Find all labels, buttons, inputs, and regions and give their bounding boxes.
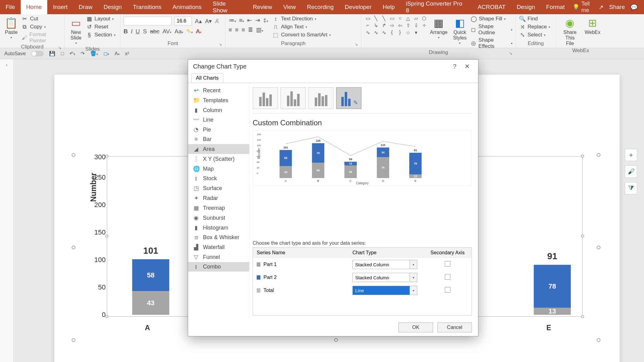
- thumbnails-expand-icon[interactable]: ›: [6, 62, 7, 67]
- indent-decrease-button[interactable]: ⇤: [247, 17, 252, 24]
- subtype-1[interactable]: [253, 87, 278, 109]
- text-direction-button[interactable]: ↕Text Direction▾: [272, 15, 331, 22]
- share-this-file-button[interactable]: ◉Share This File: [559, 15, 581, 48]
- share-icon[interactable]: ↗: [599, 4, 604, 11]
- resize-handle[interactable]: [597, 246, 600, 249]
- resize-handle[interactable]: [72, 338, 75, 342]
- cat-sunburst[interactable]: ◉Sunburst: [188, 213, 249, 223]
- bold-button[interactable]: B: [124, 28, 128, 35]
- clipboard-launcher[interactable]: ↘: [58, 45, 61, 50]
- plot-handle[interactable]: [581, 235, 584, 238]
- shape-effects-button[interactable]: ◎Shape Effects▾: [470, 37, 513, 49]
- convert-smartart-button[interactable]: ⬚Convert to SmartArt▾: [272, 31, 331, 38]
- tab-transitions[interactable]: Transitions: [127, 0, 167, 14]
- tab-draw[interactable]: Draw: [73, 0, 98, 14]
- layout-button[interactable]: ▦Layout▾: [86, 15, 116, 22]
- char-spacing-button[interactable]: AV▾: [162, 28, 171, 35]
- tell-me[interactable]: 💡Tell me: [573, 1, 599, 14]
- format-painter-button[interactable]: 🖌Format Painter: [21, 31, 61, 44]
- resize-handle[interactable]: [597, 153, 600, 157]
- cat-recent[interactable]: ↩Recent: [188, 85, 249, 95]
- resize-handle[interactable]: [72, 246, 75, 249]
- tab-home[interactable]: Home: [21, 0, 48, 14]
- series-charttype-combo-part2[interactable]: Stacked Column▾: [352, 273, 417, 282]
- tab-view[interactable]: View: [278, 0, 301, 14]
- strike-button[interactable]: abc: [150, 28, 159, 35]
- chart-elements-button[interactable]: ＋: [625, 149, 637, 161]
- align-center-button[interactable]: ≡: [235, 27, 238, 33]
- subtype-4-custom[interactable]: ✎: [336, 87, 361, 109]
- shadow-button[interactable]: S: [143, 28, 147, 35]
- change-case-button[interactable]: Aa▾: [175, 28, 183, 35]
- tab-animations[interactable]: Animations: [167, 0, 207, 14]
- font-size-input[interactable]: [175, 17, 192, 25]
- paste-button[interactable]: 📋 Paste▾: [3, 15, 19, 40]
- touch-mode-icon[interactable]: □: [61, 51, 64, 56]
- cat-treemap[interactable]: ▦Treemap: [188, 203, 249, 213]
- series-secondary-checkbox-part2[interactable]: [445, 274, 450, 280]
- cat-stock[interactable]: ⫿Stock: [188, 174, 249, 183]
- resize-handle[interactable]: [334, 338, 338, 342]
- cat-surface[interactable]: ◳Surface: [188, 183, 249, 193]
- ok-button[interactable]: OK: [398, 322, 433, 332]
- share-button[interactable]: Share: [609, 4, 625, 10]
- thumbnails-panel[interactable]: › Thumbnails: [0, 59, 14, 362]
- find-button[interactable]: 🔍Find: [519, 15, 538, 22]
- tab-review[interactable]: Review: [247, 0, 278, 14]
- tab-help[interactable]: Help: [377, 0, 400, 14]
- cat-scatter[interactable]: ⋮X Y (Scatter): [188, 154, 249, 164]
- chart-preview[interactable]: Number Category 140 120 100 80 60 40 20 …: [253, 130, 472, 186]
- plot-handle[interactable]: [581, 155, 584, 158]
- cat-funnel[interactable]: ▽Funnel: [188, 252, 249, 262]
- shape-outline-button[interactable]: ◻Shape Outline▾: [470, 23, 513, 36]
- cat-waterfall[interactable]: ▟Waterfall: [188, 242, 249, 252]
- chart-filters-button[interactable]: ⧩: [625, 182, 637, 194]
- cat-area[interactable]: ◢Area: [188, 144, 249, 154]
- arrange-button[interactable]: ▦Arrange▾: [428, 15, 449, 40]
- bullets-button[interactable]: ≔▾: [229, 17, 236, 24]
- resize-handle[interactable]: [597, 338, 600, 342]
- justify-button[interactable]: ≣: [248, 26, 253, 33]
- font-name-input[interactable]: [124, 17, 171, 25]
- cat-line[interactable]: 〰Line: [188, 115, 249, 125]
- series-secondary-checkbox-total[interactable]: [445, 287, 450, 293]
- indent-increase-button[interactable]: ⇥: [255, 17, 260, 24]
- paragraph-launcher[interactable]: ↘: [355, 42, 358, 47]
- tab-design[interactable]: Design: [98, 0, 127, 14]
- new-slide-button[interactable]: ▭ New Slide▾: [68, 15, 84, 46]
- quick-styles-button[interactable]: ◧Quick Styles▾: [451, 15, 469, 46]
- drawing-launcher[interactable]: ↘: [509, 51, 512, 56]
- select-button[interactable]: ⤡Select▾: [519, 31, 545, 38]
- cat-column[interactable]: ▮Column: [188, 105, 249, 115]
- columns-button[interactable]: ▥▾: [256, 26, 263, 33]
- comments-icon[interactable]: 💬: [630, 4, 638, 11]
- subtype-3[interactable]: [308, 87, 334, 109]
- cat-templates[interactable]: 📁Templates: [188, 95, 249, 105]
- plot-handle[interactable]: [581, 315, 584, 318]
- shrink-font-icon[interactable]: A▾: [205, 18, 212, 25]
- clear-format-icon[interactable]: A̸: [215, 18, 219, 25]
- highlight-button[interactable]: ✎▾: [186, 28, 193, 35]
- series-secondary-checkbox-part1[interactable]: [445, 261, 450, 267]
- tab-ispring[interactable]: iSpring Converter Pro 8: [400, 0, 472, 14]
- font-color-button[interactable]: A▾: [196, 28, 201, 35]
- tab-acrobat[interactable]: ACROBAT: [472, 0, 511, 14]
- webex-button[interactable]: ⊞WebEx: [583, 15, 602, 36]
- dialog-close-button[interactable]: ✕: [461, 63, 473, 70]
- shapes-gallery[interactable]: ▭╲╲▭○△▱⬡ ⌐↳↱⇨⇦⇧⇩✧ ∿∿∿{}☆▾: [364, 15, 426, 35]
- italic-button[interactable]: I: [131, 28, 133, 35]
- tab-slideshow[interactable]: Slide Show: [207, 0, 247, 14]
- chart-styles-button[interactable]: 🖌: [625, 165, 637, 178]
- copy-button[interactable]: ⧉Copy ▾: [21, 23, 61, 30]
- shape-fill-button[interactable]: ◯Shape Fill▾: [470, 15, 513, 22]
- numbering-button[interactable]: ≡▾: [239, 17, 244, 24]
- tab-chart-design[interactable]: Design: [511, 0, 541, 14]
- tab-chart-format[interactable]: Format: [541, 0, 570, 14]
- cat-radar[interactable]: ✶Radar: [188, 193, 249, 203]
- save-icon[interactable]: 💾: [49, 51, 55, 56]
- plot-handle[interactable]: [105, 235, 108, 238]
- font-launcher[interactable]: ↘: [219, 42, 222, 47]
- plot-handle[interactable]: [105, 155, 108, 158]
- replace-button[interactable]: ⤭Replace▾: [519, 23, 550, 30]
- grow-font-icon[interactable]: A▴: [195, 18, 202, 25]
